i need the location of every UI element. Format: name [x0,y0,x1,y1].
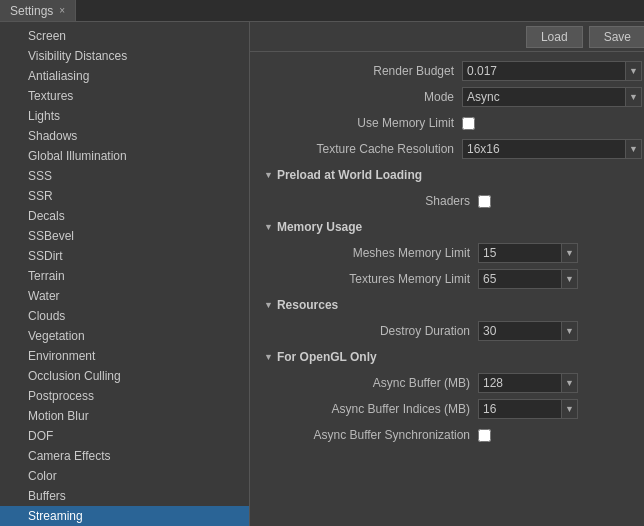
preload-section-header[interactable]: ▼ Preload at World Loading [262,164,642,186]
sidebar-item-ssdirt[interactable]: SSDirt [0,246,249,266]
sidebar-item-postprocess[interactable]: Postprocess [0,386,249,406]
destroy-duration-value: 30 [479,324,561,338]
texture-cache-select-wrapper: 16x16 32x32 64x64 ▼ [462,139,642,159]
opengl-section-label: For OpenGL Only [277,350,377,364]
sidebar-item-environment[interactable]: Environment [0,346,249,366]
mode-row: Mode Async Sync ▼ [262,86,642,108]
memory-section-header[interactable]: ▼ Memory Usage [262,216,642,238]
textures-limit-row: Textures Memory Limit 65 ▼ [262,268,642,290]
meshes-limit-field[interactable]: 15 ▼ [478,243,578,263]
async-buffer-row: Async Buffer (MB) 128 ▼ [262,372,642,394]
tab-close-icon[interactable]: × [59,5,65,16]
sidebar-item-antialiasing[interactable]: Antialiasing [0,66,249,86]
sidebar-item-streaming[interactable]: Streaming [0,506,249,526]
sidebar-item-color[interactable]: Color [0,466,249,486]
memory-triangle-icon: ▼ [264,222,273,232]
async-buffer-indices-label: Async Buffer Indices (MB) [278,402,478,416]
preload-triangle-icon: ▼ [264,170,273,180]
async-buffer-indices-row: Async Buffer Indices (MB) 16 ▼ [262,398,642,420]
async-buffer-indices-field[interactable]: 16 ▼ [478,399,578,419]
resources-triangle-icon: ▼ [264,300,273,310]
destroy-duration-label: Destroy Duration [278,324,478,338]
shaders-checkbox[interactable] [478,195,491,208]
async-buffer-indices-arrow[interactable]: ▼ [561,400,577,418]
async-buffer-indices-value: 16 [479,402,561,416]
render-budget-arrow[interactable]: ▼ [625,62,641,80]
texture-cache-label: Texture Cache Resolution [262,142,462,156]
mode-label: Mode [262,90,462,104]
async-buffer-label: Async Buffer (MB) [278,376,478,390]
textures-limit-value: 65 [479,272,561,286]
texture-cache-arrow-icon[interactable]: ▼ [625,140,641,158]
sidebar-item-buffers[interactable]: Buffers [0,486,249,506]
mode-arrow-icon[interactable]: ▼ [625,88,641,106]
textures-limit-field[interactable]: 65 ▼ [478,269,578,289]
memory-section-label: Memory Usage [277,220,362,234]
mode-select[interactable]: Async Sync [463,90,625,104]
use-memory-limit-label: Use Memory Limit [262,116,462,130]
opengl-triangle-icon: ▼ [264,352,273,362]
right-panel: Load Save Render Budget 0.017 ▼ Mode Asy… [250,22,644,526]
save-button[interactable]: Save [589,26,644,48]
async-buffer-sync-checkbox[interactable] [478,429,491,442]
sidebar-item-textures[interactable]: Textures [0,86,249,106]
destroy-duration-row: Destroy Duration 30 ▼ [262,320,642,342]
meshes-limit-label: Meshes Memory Limit [278,246,478,260]
render-budget-label: Render Budget [262,64,462,78]
opengl-section-header[interactable]: ▼ For OpenGL Only [262,346,642,368]
preload-section-label: Preload at World Loading [277,168,422,182]
resources-section-label: Resources [277,298,338,312]
destroy-duration-field[interactable]: 30 ▼ [478,321,578,341]
sidebar-item-occlusion-culling[interactable]: Occlusion Culling [0,366,249,386]
texture-cache-select[interactable]: 16x16 32x32 64x64 [463,142,625,156]
sidebar-item-ssbevel[interactable]: SSBevel [0,226,249,246]
shaders-label: Shaders [278,194,478,208]
sidebar-item-clouds[interactable]: Clouds [0,306,249,326]
sidebar-item-shadows[interactable]: Shadows [0,126,249,146]
render-budget-field[interactable]: 0.017 ▼ [462,61,642,81]
sidebar-item-water[interactable]: Water [0,286,249,306]
destroy-duration-arrow[interactable]: ▼ [561,322,577,340]
sidebar-item-vegetation[interactable]: Vegetation [0,326,249,346]
meshes-limit-value: 15 [479,246,561,260]
texture-cache-row: Texture Cache Resolution 16x16 32x32 64x… [262,138,642,160]
render-budget-value: 0.017 [463,64,625,78]
sidebar-item-decals[interactable]: Decals [0,206,249,226]
sidebar-item-lights[interactable]: Lights [0,106,249,126]
sidebar-item-camera-effects[interactable]: Camera Effects [0,446,249,466]
sidebar-item-global-illumination[interactable]: Global Illumination [0,146,249,166]
content-area: Render Budget 0.017 ▼ Mode Async Sync ▼ [250,52,644,526]
mode-select-wrapper: Async Sync ▼ [462,87,642,107]
tab-bar: Settings × [0,0,644,22]
toolbar: Load Save [250,22,644,52]
sidebar: ScreenVisibility DistancesAntialiasingTe… [0,22,250,526]
tab-label: Settings [10,4,53,18]
render-budget-row: Render Budget 0.017 ▼ [262,60,642,82]
async-buffer-sync-row: Async Buffer Synchronization [262,424,642,446]
sidebar-item-ssr[interactable]: SSR [0,186,249,206]
async-buffer-field[interactable]: 128 ▼ [478,373,578,393]
textures-limit-arrow[interactable]: ▼ [561,270,577,288]
use-memory-limit-row: Use Memory Limit [262,112,642,134]
async-buffer-arrow[interactable]: ▼ [561,374,577,392]
sidebar-item-dof[interactable]: DOF [0,426,249,446]
sidebar-item-motion-blur[interactable]: Motion Blur [0,406,249,426]
sidebar-item-sss[interactable]: SSS [0,166,249,186]
meshes-limit-row: Meshes Memory Limit 15 ▼ [262,242,642,264]
settings-tab[interactable]: Settings × [0,0,76,21]
async-buffer-sync-label: Async Buffer Synchronization [278,428,478,442]
async-buffer-value: 128 [479,376,561,390]
sidebar-item-screen[interactable]: Screen [0,26,249,46]
meshes-limit-arrow[interactable]: ▼ [561,244,577,262]
sidebar-item-visibility-distances[interactable]: Visibility Distances [0,46,249,66]
sidebar-item-terrain[interactable]: Terrain [0,266,249,286]
load-button[interactable]: Load [526,26,583,48]
textures-limit-label: Textures Memory Limit [278,272,478,286]
resources-section-header[interactable]: ▼ Resources [262,294,642,316]
use-memory-limit-checkbox[interactable] [462,117,475,130]
main-layout: ScreenVisibility DistancesAntialiasingTe… [0,22,644,526]
shaders-row: Shaders [262,190,642,212]
